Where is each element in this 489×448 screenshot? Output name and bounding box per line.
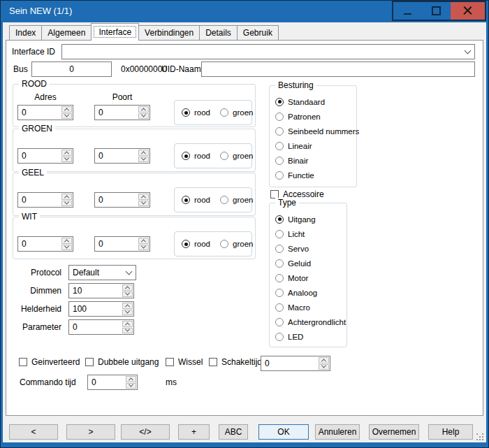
- spin-down-button[interactable]: [138, 201, 149, 207]
- spin-up-button[interactable]: [122, 303, 133, 309]
- rood-adres-spinner[interactable]: 0: [17, 105, 73, 120]
- ms-unit-label: ms: [166, 375, 177, 390]
- spin-up-button[interactable]: [122, 284, 133, 291]
- radio-uitgang[interactable]: Uitgang: [275, 212, 346, 226]
- resize-grip-icon[interactable]: [476, 433, 485, 442]
- spin-up-button[interactable]: [122, 321, 133, 327]
- geinverteerd-checkbox[interactable]: Geinverteerd: [19, 357, 80, 367]
- maximize-button[interactable]: [421, 1, 452, 21]
- radio-achtergrondlicht[interactable]: Achtergrondlicht: [275, 315, 346, 329]
- spin-down-button[interactable]: [319, 364, 329, 370]
- add-button[interactable]: +: [178, 424, 210, 440]
- radio-rood[interactable]: rood: [182, 108, 210, 117]
- spin-up-button[interactable]: [61, 150, 72, 156]
- spin-down-button[interactable]: [138, 157, 149, 163]
- code-button[interactable]: </>: [121, 424, 170, 440]
- radio-functie[interactable]: Functie: [275, 168, 359, 182]
- tab-interface[interactable]: Interface: [91, 23, 139, 41]
- radio-icon: [275, 259, 284, 268]
- wit-poort-spinner[interactable]: 0: [94, 236, 150, 252]
- help-button[interactable]: Help: [428, 424, 473, 440]
- radio-motor[interactable]: Motor: [275, 270, 346, 285]
- spin-down-button[interactable]: [126, 383, 136, 389]
- interface-id-combobox[interactable]: [61, 44, 475, 59]
- radio-groen[interactable]: groen: [220, 240, 253, 248]
- wissel-checkbox[interactable]: Wissel: [166, 357, 203, 367]
- geel-adres-spinner[interactable]: 0: [17, 192, 73, 208]
- spin-up-button[interactable]: [138, 238, 149, 244]
- spin-down-button[interactable]: [61, 201, 72, 207]
- radio-macro[interactable]: Macro: [275, 300, 346, 315]
- radio-licht[interactable]: Licht: [275, 226, 346, 241]
- tab-gebruik[interactable]: Gebruik: [237, 25, 279, 40]
- spin-down-button[interactable]: [122, 310, 133, 316]
- ok-button[interactable]: OK: [258, 424, 309, 440]
- spin-down-button[interactable]: [138, 245, 149, 251]
- spin-up-button[interactable]: [319, 357, 329, 363]
- radio-servo[interactable]: Servo: [275, 241, 346, 256]
- radio-icon: [275, 215, 284, 224]
- uid-naam-input[interactable]: [201, 62, 475, 77]
- protocol-combobox[interactable]: Default: [68, 265, 136, 280]
- radio-binair[interactable]: Binair: [275, 153, 359, 168]
- radio-groen[interactable]: groen: [220, 108, 253, 117]
- spin-down-button[interactable]: [138, 113, 149, 120]
- radio-seinbeeld-nummers[interactable]: Seinbeeld nummers: [275, 124, 359, 138]
- helderheid-spinner[interactable]: 100: [68, 301, 134, 317]
- radio-standaard[interactable]: Standaard: [275, 94, 359, 109]
- radio-led[interactable]: LED: [275, 329, 346, 344]
- dubbele-uitgang-checkbox[interactable]: Dubbele uitgang: [85, 357, 159, 367]
- type-group: Type Uitgang Licht Servo Geluid Motor An…: [269, 203, 347, 347]
- radio-lineair[interactable]: Lineair: [275, 138, 359, 153]
- schakeltijd-spinner[interactable]: 0: [261, 356, 330, 371]
- rood-poort-spinner[interactable]: 0: [94, 105, 150, 120]
- wit-group: WIT 0 0 rood groen: [13, 217, 256, 259]
- radio-groen[interactable]: groen: [220, 196, 253, 204]
- window-title: Sein NEW (1/1): [9, 0, 72, 22]
- tab-algemeen[interactable]: Algemeen: [41, 25, 92, 40]
- minimize-button[interactable]: [392, 1, 423, 21]
- radio-rood[interactable]: rood: [182, 196, 210, 204]
- tab-details[interactable]: Details: [199, 25, 238, 40]
- spin-up-button[interactable]: [138, 194, 149, 200]
- spin-down-button[interactable]: [61, 113, 72, 120]
- spin-up-button[interactable]: [61, 106, 72, 113]
- radio-groen[interactable]: groen: [220, 152, 253, 160]
- tab-index[interactable]: Index: [9, 25, 42, 40]
- schakeltijd-checkbox[interactable]: Schakeltijd: [209, 357, 262, 367]
- prev-button[interactable]: <: [9, 424, 58, 440]
- rood-radio-panel: rood groen: [174, 100, 252, 125]
- abc-button[interactable]: ABC: [219, 424, 248, 440]
- spin-down-button[interactable]: [61, 157, 72, 163]
- spin-down-button[interactable]: [122, 328, 133, 334]
- dimmen-spinner[interactable]: 10: [68, 283, 134, 298]
- checkbox-icon: [19, 358, 27, 366]
- groen-poort-spinner[interactable]: 0: [94, 148, 150, 164]
- commando-tijd-spinner[interactable]: 0: [87, 375, 138, 390]
- spin-up-button[interactable]: [61, 194, 72, 200]
- geel-poort-spinner[interactable]: 0: [94, 192, 150, 208]
- wit-adres-spinner[interactable]: 0: [17, 236, 73, 252]
- parameter-spinner[interactable]: 0: [68, 319, 134, 335]
- spin-down-button[interactable]: [122, 291, 133, 298]
- tab-verbindingen[interactable]: Verbindingen: [138, 25, 200, 40]
- spin-up-button[interactable]: [126, 376, 136, 382]
- radio-patronen[interactable]: Patronen: [275, 109, 359, 124]
- next-button[interactable]: >: [66, 424, 115, 440]
- titlebar[interactable]: Sein NEW (1/1): [0, 0, 489, 22]
- rood-group-title: ROOD: [19, 79, 50, 89]
- chevron-down-icon: [465, 50, 470, 53]
- radio-geluid[interactable]: Geluid: [275, 256, 346, 270]
- close-button[interactable]: [451, 1, 486, 21]
- spin-up-button[interactable]: [61, 238, 72, 244]
- spin-down-button[interactable]: [61, 245, 72, 251]
- groen-adres-spinner[interactable]: 0: [17, 148, 73, 164]
- overnemen-button[interactable]: Overnemen: [369, 424, 419, 440]
- spin-up-button[interactable]: [138, 150, 149, 156]
- spin-up-button[interactable]: [138, 106, 149, 113]
- radio-rood[interactable]: rood: [182, 152, 210, 160]
- annuleren-button[interactable]: Annuleren: [315, 424, 360, 440]
- bus-input[interactable]: 0: [31, 62, 112, 77]
- radio-analoog[interactable]: Analoog: [275, 285, 346, 300]
- radio-rood[interactable]: rood: [182, 240, 210, 248]
